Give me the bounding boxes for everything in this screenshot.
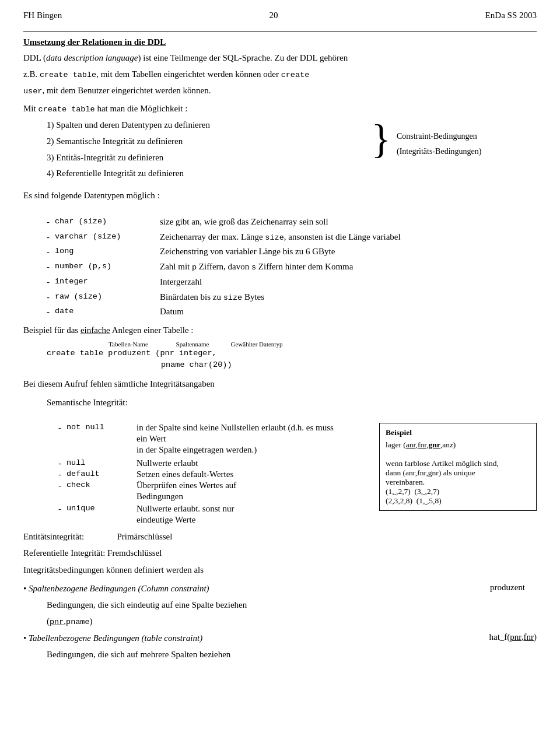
hat-f-label: hat_f(pnr,fnr)	[489, 632, 537, 642]
ann-tabellen-name: Tabellen-Name	[93, 341, 163, 348]
example-box-title: Beispiel	[386, 428, 530, 437]
constraint-text: Constraint-Bedingungen	[397, 131, 537, 142]
desc-null: Nullwerte erlaubt	[136, 458, 198, 468]
key-null: null	[66, 458, 136, 468]
tabellenbezogen-title: • Tabellenbezogene Bedingungen (table co…	[23, 632, 537, 645]
entity-line1: Entitätsintegrität: Primärschlüssel	[23, 531, 537, 544]
list-item-2: 2) Semantische Integrität zu definieren	[47, 135, 359, 148]
code-line1: create table produzent (pnr integer,	[47, 348, 537, 359]
brace-container: }	[371, 119, 391, 160]
code-block: create table produzent (pnr integer, pna…	[47, 348, 537, 371]
key-unique: unique	[66, 504, 136, 514]
bullet-integer: -	[47, 276, 55, 289]
spaltenbezogen-row: produzent • Spaltenbezogene Bedingungen …	[23, 583, 537, 599]
list-brace-container: 1) Spalten und deren Datentypen zu defin…	[23, 119, 537, 184]
code-line2: pname char(20))	[161, 359, 537, 371]
mit-create-line: Mit create table hat man die Möglichkeit…	[23, 103, 537, 115]
key-integer: integer	[55, 276, 160, 289]
desc-integer: Intergerzahl	[160, 276, 537, 289]
integrity-items-container: - not null in der Spalte sind keine Null…	[23, 423, 537, 525]
semantische-label: Semantische Integrität:	[47, 397, 537, 409]
bullet-check: -	[58, 481, 66, 490]
key-raw: raw (size)	[55, 291, 160, 304]
entity-line2: Referentielle Integrität: Fremdschlüssel	[23, 547, 537, 560]
einfache-underline: einfache	[80, 325, 110, 335]
bullet-long: -	[47, 246, 55, 258]
spaltenbezogen-title: • Spaltenbezogene Bedingungen (Column co…	[23, 583, 537, 595]
unique-cont: eindeutige Werte	[136, 515, 537, 525]
header-page-number: 20	[269, 10, 278, 20]
tabellenbezogen-desc: Bedingungen, die sich auf mehrere Spalte…	[47, 649, 537, 661]
datatype-long: - long Zeichenstring von variabler Länge…	[23, 246, 537, 258]
list-item-4: 4) Referentielle Integrität zu definiere…	[47, 167, 359, 180]
key-default: default	[66, 469, 136, 479]
pname-ref: pname	[66, 618, 90, 626]
example-code-area: Tabellen-Name Spaltenname Gewählter Date…	[47, 341, 537, 371]
desc-long: Zeichenstring von variabler Länge bis zu…	[160, 246, 537, 258]
list-item-3: 3) Entitäs-Integrität zu definieren	[47, 152, 359, 164]
list-items: 1) Spalten und deren Datentypen zu defin…	[47, 119, 359, 180]
key-number: number (p,s)	[55, 261, 160, 274]
datatype-raw: - raw (size) Binärdaten bis zu size Byte…	[23, 291, 537, 304]
datatype-date: - date Datum	[23, 306, 537, 318]
desc-not-null: in der Spalte sind keine Nullstellen erl…	[136, 423, 334, 433]
intro-line3: user, mit dem Benutzer eingerichtet werd…	[23, 85, 537, 97]
create-table-inline: create table	[40, 71, 96, 79]
spaltenbezogen-example: (pnr,pname)	[47, 615, 537, 628]
user-inline: user	[23, 87, 42, 96]
key-not-null: not null	[66, 423, 136, 433]
key-date: date	[55, 306, 160, 318]
bullet-null: -	[58, 458, 66, 468]
example-box-line1: lager (anr,fnr,gnr,anz)	[386, 440, 530, 450]
page-header: FH Bingen 20 EnDa SS 2003	[23, 10, 537, 20]
ddl-text: DDL (data description language) ist eine…	[23, 53, 348, 62]
list-item-1: 1) Spalten und deren Datentypen zu defin…	[47, 119, 359, 132]
bullet-not-null: -	[58, 423, 66, 433]
bullet-char: -	[47, 216, 55, 229]
desc-unique: Nullwerte erlaubt. sonst nur	[136, 504, 234, 514]
datatype-char: - char (size) size gibt an, wie groß das…	[23, 216, 537, 229]
page: FH Bingen 20 EnDa SS 2003 Umsetzung der …	[0, 0, 560, 729]
datatype-varchar: - varchar (size) Zeichenarray der max. L…	[23, 231, 537, 244]
example-box: Beispiel lager (anr,fnr,gnr,anz) wenn fa…	[379, 423, 537, 511]
bullet-unique: -	[58, 504, 66, 514]
desc-number: Zahl mit p Ziffern, davon s Ziffern hint…	[160, 261, 537, 274]
datatypes-intro: Es sind folgende Datentypen möglich :	[23, 190, 537, 202]
key-char: char (size)	[55, 216, 160, 229]
section-title-area: Umsetzung der Relationen in die DDL DDL …	[23, 37, 537, 97]
spaltenbezogen-desc: Bedingungen, die sich eindeutig auf eine…	[47, 599, 537, 612]
tabellenbezogen-row: hat_f(pnr,fnr) • Tabellenbezogene Beding…	[23, 632, 537, 649]
key-long: long	[55, 246, 160, 258]
create-inline: create	[281, 71, 310, 79]
constraint-label: Constraint-Bedingungen (Integritäts-Bedi…	[397, 119, 537, 162]
desc-char: size gibt an, wie groß das Zeichenarray …	[160, 216, 537, 229]
key-varchar: varchar (size)	[55, 231, 160, 244]
header-divider	[23, 31, 537, 31]
bei-diesem-text: Bei diesem Aufruf fehlen sämtliche Integ…	[23, 378, 537, 391]
curly-brace-icon: }	[371, 119, 391, 160]
mit-create-section: Mit create table hat man die Möglichkeit…	[23, 103, 537, 115]
example-box-line5: (1, ,2,7) (3, ,2,7)	[386, 487, 530, 496]
produzent-label: produzent	[490, 583, 525, 593]
semantic-integrity-section: Semantische Integrität: - not null in de…	[23, 397, 537, 525]
desc-date: Datum	[160, 306, 537, 318]
integritaets-section: Integritätsbedingungen können definiert …	[23, 564, 537, 577]
example-box-line6: (2,3,2,8) (1, ,5,8)	[386, 496, 530, 506]
intro-line2: z.B. create table, mit dem Tabellen eing…	[23, 68, 537, 81]
integritaets-text: Integritätsbedingungen können definiert …	[23, 564, 537, 577]
desc-default: Setzen eines default-Wertes	[136, 469, 233, 479]
tabellenbezogen-section: hat_f(pnr,fnr) • Tabellenbezogene Beding…	[23, 632, 537, 661]
bullet-default: -	[58, 469, 66, 479]
example-box-line3: dann (anr,fnr,gnr) als unique	[386, 468, 530, 478]
bullet-varchar: -	[47, 231, 55, 244]
desc-check: Überprüfen eines Wertes auf	[136, 481, 236, 490]
header-course: EnDa SS 2003	[485, 10, 537, 20]
bullet-date: -	[47, 306, 55, 318]
pnr-ref: pnr	[50, 618, 64, 626]
ann-spaltenname: Spaltenname	[163, 341, 222, 348]
desc-raw: Binärdaten bis zu size Bytes	[160, 291, 537, 304]
example-section: Beispiel für das einfache Anlegen einer …	[23, 324, 537, 371]
header-institution: FH Bingen	[23, 10, 62, 20]
key-check: check	[66, 481, 136, 490]
spaltenbezogen-italic: Spaltenbezogene Bedingungen (Column cons…	[29, 584, 209, 593]
